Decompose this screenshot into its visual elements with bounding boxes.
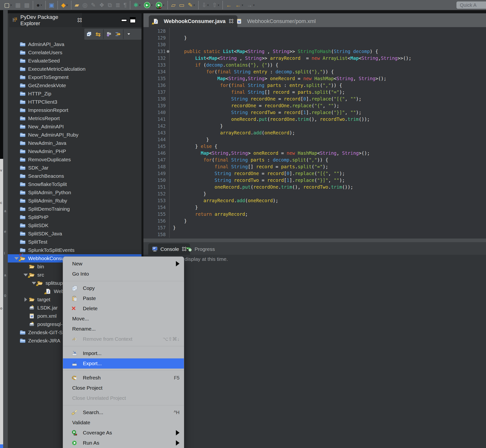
tree-item-executemetriccalculation[interactable]: ExecuteMetricCalculation [8,65,141,73]
editor-tab-webhookconsumer-java[interactable]: JWebhookConsumer.java✕ [149,15,237,27]
menu-item-delete[interactable]: ✕Delete [63,304,184,314]
split-io-button[interactable]: ◆▾ [57,1,70,9]
marker-pen-button[interactable]: ✎▾ [186,1,196,9]
menu-item-validate[interactable]: Validate [63,417,184,428]
menu-item-coverage-as[interactable]: Coverage As [63,428,184,438]
menu-separator [63,405,184,405]
tree-item-splitadmin-python[interactable]: SplitAdmin_Python [8,188,141,197]
export-from-file-button[interactable]: ⇧▾ [211,1,221,9]
menu-item-new[interactable]: New [63,259,184,269]
menu-item-search[interactable]: Search...^H [63,407,184,417]
back-button[interactable]: ← [222,1,234,9]
tree-item-adminapi-java[interactable]: AdminAPI_Java [8,40,141,48]
tree-item-evaluateseed[interactable]: EvaluateSeed [8,57,141,65]
run-button[interactable]: ▶▾ [142,1,154,9]
menu-item-refresh[interactable]: RefreshF5 [63,373,184,383]
menu-item-import[interactable]: Import... [63,348,184,358]
svg-text:!: ! [19,259,20,261]
line-number: 130 [143,41,170,48]
user-account-button[interactable]: ●▾ [33,1,44,9]
tree-item-metricsreport[interactable]: MetricsReport [8,114,141,122]
menu-item-rename[interactable]: Rename... [63,324,184,334]
tree-item-httpclient3[interactable]: HTTPClient3 [8,98,141,106]
code-line: 128 [143,28,486,34]
tree-item-snowflaketosplit[interactable]: SnowflakeToSplit [8,180,141,188]
tree-item-searchbeacons[interactable]: SearchBeacons [8,172,141,180]
tree-item-http-zip[interactable]: HTTP_Zip [8,90,141,98]
background-artifact: v [0,168,2,172]
save-all-button[interactable]: ▩ [22,1,31,9]
menu-shortcut: ^H [174,410,179,415]
code-line: 157} [143,224,486,231]
maximize-button[interactable] [130,18,136,23]
collapsed-arrow-icon[interactable] [23,297,29,302]
tree-item-splitadmin-ruby[interactable]: SplitAdmin_Ruby [8,197,141,205]
close-view-icon[interactable]: ✕ [78,17,82,24]
code-line: 149 String recordOne = record[0].replace… [143,170,486,177]
tree-item-correlateusers[interactable]: CorrelateUsers [8,48,141,57]
code-editor[interactable]: 128129 }130131 public static List<Map<St… [143,27,486,239]
outline-button[interactable]: ≣ [114,1,122,9]
compare-button[interactable]: ⧉ [106,1,114,9]
progress-tab-label: Progress [194,246,215,252]
menu-item-close-project[interactable]: Close Project [63,383,184,393]
forward-button[interactable]: →▾ [245,1,256,9]
menu-item-label: Go Into [72,271,89,277]
close-tab-icon[interactable]: ✕ [229,18,233,24]
menu-item-export[interactable]: Export... [63,358,184,368]
tcp-monitor-button[interactable]: ◎ [81,1,89,9]
menu-item-move[interactable]: Move... [63,314,184,324]
clipboard-folder-button[interactable]: ▭ [177,1,186,9]
tree-item-new-adminapi-ruby[interactable]: New_AdminAPI_Ruby [8,131,141,139]
open-items-button[interactable]: ▱ [167,1,177,9]
view-menu-icon[interactable] [124,29,133,39]
tree-item-new-adminapi[interactable]: New_AdminAPI [8,122,141,131]
focus-on-active-task-icon[interactable] [113,29,122,39]
dropdown-caret-icon: ▾ [193,3,195,7]
coverage-button[interactable]: ▶▾ [154,1,166,9]
packages-icon[interactable] [104,29,113,39]
menu-item-copy[interactable]: Copy [63,283,184,293]
tree-item-splittest[interactable]: SplitTest [8,238,141,246]
menu-item-label: Move... [72,316,89,322]
tree-item-newadmin-php[interactable]: NewAdmin_PHP [8,147,141,155]
tree-item-getzendeskvote[interactable]: GetZendeskVote [8,81,141,90]
tree-item-splitdemotraining[interactable]: SplitDemoTraining [8,205,141,213]
quick-access-box[interactable]: Quick A [456,1,486,9]
tree-item-newadmin-java[interactable]: NewAdmin_Java [8,139,141,147]
tab-pydev-package-explorer[interactable]: PyDev Package Explorer ✕ [9,13,82,27]
tree-item-splunktosplitevents[interactable]: SplunkToSplitEvents [8,246,141,254]
minimize-button[interactable] [121,18,127,23]
progress-tab[interactable]: Progress [186,243,218,255]
editor-tab-pom-xml[interactable]: MWebhookConsumer/pom.xml [236,15,316,27]
debug-button[interactable]: ✱▾ [130,1,142,9]
plugins-button[interactable]: ❖ [97,1,106,9]
save-button[interactable]: ▦ [14,1,23,9]
tree-item-sdk-jar[interactable]: SDK_Jar [8,164,141,172]
dropdown-caret-icon: ▾ [66,3,68,7]
tree-item-removeduplicates[interactable]: RemoveDuplicates [8,155,141,164]
new-wizard-button[interactable]: ▢▾ [2,1,14,9]
link-with-editor-icon[interactable]: ⇆ [94,29,103,39]
show-whitespace-button[interactable]: ¶ [122,1,128,9]
tree-item-impressionreport[interactable]: ImpressionReport [8,106,141,114]
console-tab[interactable]: Console✕ [148,243,190,255]
menu-item-paste[interactable]: Paste [63,293,184,304]
console-view-button[interactable]: ▣ [45,1,56,9]
collapse-all-icon[interactable] [84,29,94,39]
open-resource-button[interactable]: ▰ [71,1,81,9]
warning-badge-icon: ! [36,281,39,287]
menu-item-label: Close Unrelated Project [72,395,126,401]
line-number: 151 [143,184,170,190]
tree-item-splitphp[interactable]: SplitPHP [8,213,141,221]
import-to-file-button[interactable]: ⇩▾ [198,1,211,9]
tree-item-exporttosegment[interactable]: ExportToSegment [8,73,141,81]
back-previous-button[interactable]: ←▾ [234,1,245,9]
sketch-button[interactable]: ✎ [89,1,97,9]
tree-item-splitsdk[interactable]: SplitSDK [8,221,141,230]
menu-item-run-as[interactable]: Run As [63,438,184,448]
menu-item-go-into[interactable]: Go Into [63,269,184,279]
folder-yellow-icon: ! [37,280,44,286]
tree-item-label: NewAdmin_PHP [28,148,66,154]
tree-item-splitsdk-java[interactable]: SplitSDK_Java [8,230,141,238]
